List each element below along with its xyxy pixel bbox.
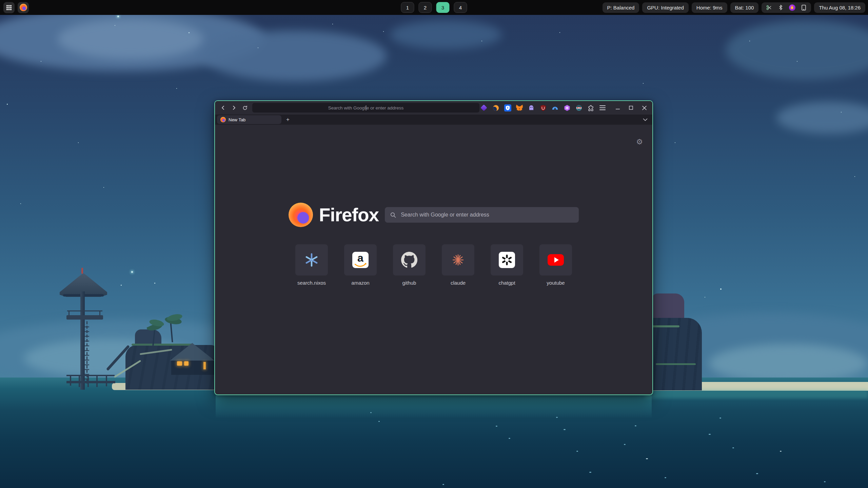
personalize-gear-button[interactable]: ⚙ (636, 138, 643, 146)
star (78, 142, 79, 143)
tab-new-tab[interactable]: New Tab (217, 115, 281, 124)
star (258, 47, 258, 48)
forward-icon (231, 105, 237, 110)
status-bar: 1 2 3 4 P: Balanced GPU: Integrated Home… (0, 0, 868, 15)
purple-diamond-extension-icon[interactable] (480, 104, 488, 112)
star (117, 16, 119, 17)
ghostery-extension-icon[interactable] (527, 104, 535, 112)
cloud (390, 20, 502, 49)
back-button[interactable] (218, 103, 229, 113)
hut-window-lit (177, 361, 182, 366)
battery-pill[interactable]: Bat: 100 (730, 2, 759, 13)
metamask-extension-icon[interactable] (515, 104, 524, 112)
star (749, 41, 750, 41)
shortcut-claude[interactable]: claude (442, 244, 474, 286)
latency-pill[interactable]: Home: 9ms (692, 2, 727, 13)
extension-icons-row (480, 103, 649, 112)
shortcut-label: chatgpt (498, 280, 515, 286)
pier-deck (66, 381, 115, 383)
star (332, 24, 333, 24)
cloud (203, 30, 387, 81)
maximize-button[interactable] (626, 103, 636, 112)
shortcut-tiles: search.nixos a amazon (215, 244, 652, 286)
star (41, 61, 41, 62)
claude-icon (451, 253, 465, 267)
url-placeholder-left: Search with Googl (328, 105, 366, 110)
shortcut-amazon[interactable]: a amazon (344, 244, 377, 286)
close-button[interactable] (639, 103, 649, 112)
firefox-launcher[interactable] (18, 2, 29, 13)
launchers (3, 0, 29, 15)
star (841, 112, 842, 113)
bluetooth-icon[interactable] (777, 4, 784, 11)
flame-badge-icon[interactable] (789, 4, 795, 11)
desktop: Search with Google or enter address (0, 0, 868, 488)
shortcut-label: github (402, 280, 416, 286)
star (7, 104, 8, 105)
star (720, 288, 722, 290)
chatgpt-icon (499, 252, 515, 268)
list-all-tabs-button[interactable] (643, 118, 648, 121)
scissors-tray-icon[interactable] (766, 4, 772, 11)
star (797, 61, 797, 62)
firefox-logo (289, 203, 313, 227)
shallow-right (645, 390, 868, 399)
tower-chain-rungs (85, 323, 89, 382)
url-placeholder-right: e or enter address (367, 105, 404, 110)
minimize-button[interactable] (613, 103, 623, 112)
new-tab-page: ⚙ Firefox (215, 125, 652, 393)
newtab-search-bar[interactable] (385, 207, 579, 223)
hex-flower-extension-icon[interactable] (563, 104, 571, 112)
bitwarden-extension-icon[interactable] (504, 104, 512, 112)
shortcut-github[interactable]: github (393, 244, 426, 286)
star (675, 142, 675, 143)
vpn-arc-extension-icon[interactable] (551, 104, 559, 112)
nixos-icon (304, 252, 319, 267)
extensions-puzzle-button[interactable] (587, 104, 595, 112)
puzzle-icon (588, 105, 594, 111)
url-bar[interactable]: Search with Google or enter address (252, 103, 479, 113)
star (189, 32, 190, 33)
newtab-search-input[interactable] (400, 211, 573, 218)
youtube-icon (548, 254, 564, 266)
shortcut-label: amazon (351, 280, 369, 286)
phone-icon[interactable] (800, 4, 807, 11)
ublock-origin-extension-icon[interactable] (539, 104, 547, 112)
maximize-icon (629, 106, 633, 110)
tower-rail (67, 310, 102, 311)
cliff-grass (656, 363, 696, 365)
gpu-pill[interactable]: GPU: Integrated (642, 2, 688, 13)
app-grid-launcher[interactable] (3, 2, 15, 13)
grass-ledge (132, 344, 193, 346)
cliff-shading (650, 318, 702, 390)
goggles-face-extension-icon[interactable] (575, 104, 583, 112)
shortcut-youtube[interactable]: youtube (539, 244, 572, 286)
workspace-3-active[interactable]: 3 (436, 2, 450, 13)
workspace-2[interactable]: 2 (419, 2, 432, 13)
star (481, 41, 482, 41)
reload-button[interactable] (239, 103, 250, 113)
app-grid-icon (6, 5, 12, 11)
shortcut-search-nixos[interactable]: search.nixos (295, 244, 328, 286)
star (559, 32, 560, 33)
star (115, 25, 115, 26)
workspace-1[interactable]: 1 (401, 2, 414, 13)
star (20, 203, 21, 204)
cloud (709, 344, 868, 383)
shortcut-label: youtube (547, 280, 565, 286)
star (854, 176, 855, 177)
new-tab-button[interactable]: + (283, 116, 292, 124)
pier-rail (66, 375, 115, 376)
power-profile-pill[interactable]: P: Balanced (603, 2, 639, 13)
dark-reader-extension-icon[interactable] (492, 104, 500, 112)
menu-button[interactable] (598, 104, 607, 112)
shortcut-label: claude (451, 280, 466, 286)
workspace-4[interactable]: 4 (454, 2, 467, 13)
firefox-favicon (220, 117, 226, 122)
forward-button[interactable] (229, 103, 239, 113)
hamburger-icon (599, 105, 606, 110)
shortcut-chatgpt[interactable]: chatgpt (491, 244, 523, 286)
amazon-icon: a (352, 252, 369, 268)
star (383, 31, 384, 32)
clock-pill[interactable]: Thu Aug 08, 18:26 (814, 2, 865, 13)
